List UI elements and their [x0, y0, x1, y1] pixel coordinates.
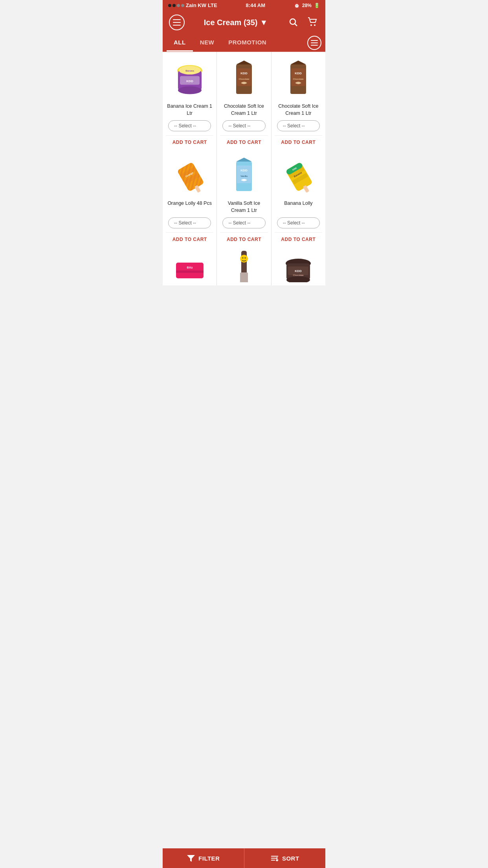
status-bar: Zain KW LTE 8:44 AM ⏰ 28% 🔋 — [163, 0, 325, 11]
svg-text:Chocolate: Chocolate — [293, 78, 304, 80]
product-image-1: KDD Banana — [166, 57, 213, 100]
partial-card-7: Blitz — [163, 246, 216, 285]
add-to-cart-5[interactable]: ADD TO CART — [220, 232, 268, 246]
signal-dots — [168, 4, 184, 7]
menu-button[interactable] — [169, 15, 185, 30]
svg-text:Vanilla: Vanilla — [240, 175, 248, 177]
alarm-icon: ⏰ — [294, 3, 300, 8]
tab-promotion[interactable]: PROMOTION — [221, 34, 273, 51]
tline3 — [311, 45, 318, 46]
svg-point-46 — [242, 257, 243, 259]
dot3 — [177, 4, 180, 7]
svg-text:Chocolate: Chocolate — [293, 274, 304, 276]
product-card-4: Orange Orange Lolly 48 Pcs -- Select -- … — [163, 149, 216, 246]
product-card-6: Banana KDD Banana Lolly -- Select -- ADD… — [272, 149, 325, 246]
svg-point-45 — [240, 255, 248, 263]
battery-icon: 🔋 — [314, 3, 320, 8]
dot2 — [172, 4, 176, 7]
select-btn-2[interactable]: -- Select -- — [222, 120, 265, 131]
add-to-cart-6[interactable]: ADD TO CART — [275, 232, 322, 246]
product-grid-2: Orange Orange Lolly 48 Pcs -- Select -- … — [163, 149, 325, 246]
svg-point-0 — [290, 19, 295, 24]
product-image-4: Orange — [166, 154, 213, 197]
svg-rect-42 — [176, 270, 204, 273]
select-btn-6[interactable]: -- Select -- — [277, 217, 320, 228]
battery-label: 28% — [302, 3, 312, 8]
product-image-3: KDD Chocolate — [275, 57, 322, 100]
svg-marker-12 — [236, 61, 252, 64]
svg-text:KDD: KDD — [240, 169, 248, 172]
svg-rect-44 — [240, 272, 248, 282]
tline2 — [311, 42, 318, 43]
add-to-cart-4[interactable]: ADD TO CART — [166, 232, 213, 246]
partial-product-row: Blitz KDD Chocolate — [163, 246, 325, 285]
cart-button[interactable] — [306, 15, 319, 30]
svg-text:KDD: KDD — [240, 72, 248, 75]
product-name-5: Vanilla Soft Ice Cream 1 Ltr — [220, 200, 268, 214]
product-name-6: Banana Lolly — [284, 200, 312, 214]
add-to-cart-1[interactable]: ADD TO CART — [166, 135, 213, 149]
product-image-5: KDD Vanilla — [220, 154, 268, 197]
select-btn-5[interactable]: -- Select -- — [222, 217, 265, 228]
title-text: Ice Cream (35) — [204, 18, 258, 27]
svg-marker-29 — [236, 158, 252, 162]
select-btn-3[interactable]: -- Select -- — [277, 120, 320, 131]
svg-marker-17 — [290, 61, 306, 64]
select-btn-4[interactable]: -- Select -- — [168, 217, 211, 228]
header-title: Ice Cream (35) ▼ — [204, 18, 268, 27]
network-label: LTE — [208, 2, 217, 8]
dot4 — [181, 4, 184, 7]
add-to-cart-3[interactable]: ADD TO CART — [275, 135, 322, 149]
search-button[interactable] — [287, 16, 299, 29]
svg-text:KDD: KDD — [295, 269, 302, 273]
product-card-3: KDD Chocolate Chocolate Soft Ice Cream 1… — [272, 52, 325, 149]
tline1 — [311, 40, 318, 41]
product-card-2: KDD Chocolate Chocolate Soft Ice Cream 1… — [217, 52, 271, 149]
status-right: ⏰ 28% 🔋 — [294, 3, 320, 8]
product-image-6: Banana KDD — [275, 154, 322, 197]
tab-all[interactable]: ALL — [167, 34, 193, 51]
svg-text:KDD: KDD — [295, 72, 302, 75]
svg-point-2 — [310, 24, 312, 26]
svg-line-1 — [295, 24, 297, 26]
header: Ice Cream (35) ▼ — [163, 11, 325, 34]
hline2 — [173, 22, 181, 23]
svg-point-47 — [244, 257, 246, 259]
svg-text:KDD: KDD — [186, 79, 193, 83]
product-card-1: KDD Banana Banana Ice Cream 1 Ltr -- Sel… — [163, 52, 216, 149]
hline1 — [173, 19, 181, 20]
select-btn-1[interactable]: -- Select -- — [168, 120, 211, 131]
hline3 — [173, 25, 181, 26]
time-label: 8:44 AM — [246, 2, 265, 8]
svg-text:Blitz: Blitz — [187, 266, 193, 269]
product-grid: KDD Banana Banana Ice Cream 1 Ltr -- Sel… — [163, 52, 325, 149]
carrier-label: Zain KW — [186, 2, 206, 8]
svg-point-3 — [314, 24, 316, 26]
svg-point-6 — [178, 86, 202, 94]
list-view-button[interactable] — [307, 36, 321, 50]
status-left: Zain KW LTE — [168, 2, 217, 8]
product-name-3: Chocolate Soft Ice Cream 1 Ltr — [275, 103, 322, 117]
product-name-1: Banana Ice Cream 1 Ltr — [166, 103, 213, 117]
dot1 — [168, 4, 171, 7]
product-card-5: KDD Vanilla Vanilla Soft Ice Cream 1 Ltr… — [217, 149, 271, 246]
product-name-2: Chocolate Soft Ice Cream 1 Ltr — [220, 103, 268, 117]
product-name-4: Orange Lolly 48 Pcs — [167, 200, 212, 214]
tab-new[interactable]: NEW — [193, 34, 222, 51]
svg-text:Chocolate: Chocolate — [238, 78, 250, 80]
svg-text:Banana: Banana — [185, 70, 194, 72]
dropdown-icon[interactable]: ▼ — [260, 18, 268, 27]
product-image-2: KDD Chocolate — [220, 57, 268, 100]
add-to-cart-2[interactable]: ADD TO CART — [220, 135, 268, 149]
partial-card-9: KDD Chocolate — [272, 246, 325, 285]
tabs-bar: ALL NEW PROMOTION — [163, 34, 325, 52]
partial-card-8 — [217, 246, 271, 285]
header-icons — [287, 15, 319, 30]
